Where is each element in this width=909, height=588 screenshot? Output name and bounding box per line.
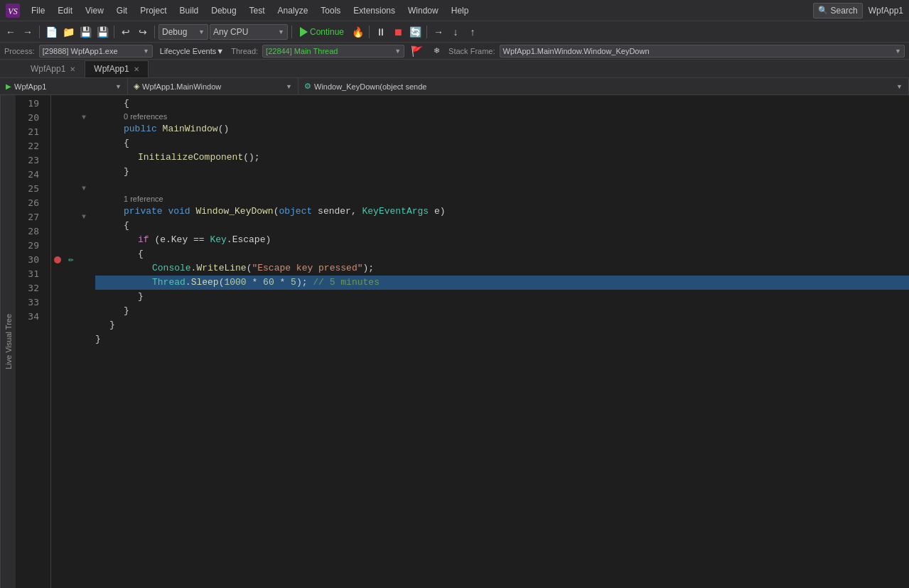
menu-build[interactable]: Build xyxy=(174,4,205,18)
em-21 xyxy=(64,125,78,139)
breakpoint-dot-30 xyxy=(54,256,61,263)
toolbar-back-btn[interactable]: ← xyxy=(3,24,18,40)
nav-bar: ▶ WpfApp1 ▼ ◈ WpfApp1.MainWindow ▼ ⚙ Win… xyxy=(0,78,909,95)
em-22 xyxy=(64,139,78,153)
em-27 xyxy=(64,210,78,224)
thread-label: Thread: xyxy=(231,47,258,55)
tab-wpfapp1-1[interactable]: WpfApp1 ✕ xyxy=(21,60,85,77)
code-line-27: if (e.Key == Key.Escape) xyxy=(95,233,909,247)
code-area: 19 20 21 22 23 24 25 26 27 28 29 30 31 3… xyxy=(16,95,909,588)
toolbar-forward-btn[interactable]: → xyxy=(20,24,36,40)
bp-25 xyxy=(51,182,64,196)
lifecycle-events-btn[interactable]: Lifecycle Events▼ xyxy=(157,43,227,59)
menu-window[interactable]: Window xyxy=(402,4,444,18)
menu-debug[interactable]: Debug xyxy=(205,4,242,18)
ln-26: 26 xyxy=(16,196,45,210)
code-editor[interactable]: 19 20 21 22 23 24 25 26 27 28 29 30 31 3… xyxy=(16,95,909,588)
nav-method[interactable]: ⚙ Window_KeyDown(object sende ▼ xyxy=(298,78,909,94)
tab-close-1[interactable]: ✕ xyxy=(70,65,75,73)
app-title: WpfApp1 xyxy=(868,6,903,16)
toolbar-open-btn[interactable]: 📁 xyxy=(60,24,76,40)
code-line-30: Thread.Sleep(1000 * 60 * 5); // 5 minute… xyxy=(95,276,909,290)
platform-arrow: ▼ xyxy=(278,28,284,36)
stackframe-dropdown[interactable]: WpfApp1.MainWindow.Window_KeyDown ▼ xyxy=(500,45,905,58)
nav-class-icon: ◈ xyxy=(134,82,139,91)
thread-dropdown[interactable]: [22844] Main Thread ▼ xyxy=(262,45,404,58)
code-line-25: private void Window_KeyDown(object sende… xyxy=(95,205,909,219)
code-kw-20: public xyxy=(124,122,163,136)
bp-34 xyxy=(51,310,64,324)
ln-23: 23 xyxy=(16,153,45,168)
cm-25[interactable]: ▼ xyxy=(78,182,90,196)
toolbar-sep-6 xyxy=(426,26,427,38)
em-32 xyxy=(64,281,78,295)
ln-32: 32 xyxy=(16,281,45,295)
em-34 xyxy=(64,310,78,324)
tab-wpfapp1-2[interactable]: WpfApp1 ✕ xyxy=(85,60,148,77)
toolbar-sep-2 xyxy=(114,26,114,38)
toolbar-pause-btn[interactable]: ⏸ xyxy=(373,24,389,40)
ln-29: 29 xyxy=(16,239,45,253)
ln-28: 28 xyxy=(16,224,45,239)
nav-method-icon: ⚙ xyxy=(304,82,311,91)
toolbar-stop-btn[interactable]: ⏹ xyxy=(390,24,406,40)
nav-class[interactable]: ◈ WpfApp1.MainWindow ▼ xyxy=(128,78,298,94)
menu-tools[interactable]: Tools xyxy=(315,4,346,18)
code-method-20: MainWindow xyxy=(163,122,218,136)
ref-label-25: 1 reference xyxy=(95,193,909,205)
toolbar-redo-btn[interactable]: ↪ xyxy=(135,24,151,40)
menu-file[interactable]: File xyxy=(26,4,50,18)
code-line-34: } xyxy=(95,332,909,347)
continue-button[interactable]: Continue xyxy=(296,24,348,40)
menu-project[interactable]: Project xyxy=(134,4,172,18)
live-visual-tree-sidebar[interactable]: Live Visual Tree xyxy=(0,95,16,588)
platform-dropdown[interactable]: Any CPU ▼ xyxy=(210,24,288,40)
code-line-31: } xyxy=(95,290,909,304)
menu-analyze[interactable]: Analyze xyxy=(272,4,314,18)
process-dropdown[interactable]: [29888] WpfApp1.exe ▼ xyxy=(39,45,153,58)
process-label: Process: xyxy=(4,47,35,55)
toolbar-save-all-btn[interactable]: 💾 xyxy=(95,24,110,40)
debug-config-arrow: ▼ xyxy=(198,28,205,36)
ln-20: 20 xyxy=(16,111,45,125)
code-line-24 xyxy=(95,179,909,193)
debug-bar: Process: [29888] WpfApp1.exe ▼ Lifecycle… xyxy=(0,43,909,60)
cm-22 xyxy=(78,139,90,153)
toolbar-restart-btn[interactable]: 🔄 xyxy=(407,24,423,40)
nav-file[interactable]: ▶ WpfApp1 ▼ xyxy=(0,78,128,94)
debug-config-dropdown[interactable]: Debug ▼ xyxy=(158,24,208,40)
stackframe-label: Stack Frame: xyxy=(448,47,495,55)
bp-22 xyxy=(51,139,64,153)
toolbar-new-btn[interactable]: 📄 xyxy=(43,24,59,40)
em-30: ✏ xyxy=(64,253,78,267)
menu-git[interactable]: Git xyxy=(111,4,133,18)
toolbar-save-btn[interactable]: 💾 xyxy=(77,24,93,40)
thread-freeze-btn[interactable]: ❄ xyxy=(429,43,444,59)
cm-28 xyxy=(78,224,90,239)
menu-edit[interactable]: Edit xyxy=(52,4,78,18)
menu-extensions[interactable]: Extensions xyxy=(348,4,401,18)
toolbar-step-out-btn[interactable]: ↑ xyxy=(465,24,480,40)
tabs-area: WpfApp1 ✕ WpfApp1 ✕ xyxy=(0,60,909,78)
cm-20[interactable]: ▼ xyxy=(78,111,90,125)
ln-25: 25 xyxy=(16,182,45,196)
toolbar-fire-btn[interactable]: 🔥 xyxy=(350,24,365,40)
toolbar-undo-btn[interactable]: ↩ xyxy=(118,24,134,40)
search-box[interactable]: 🔍 Search xyxy=(813,3,863,18)
thread-dropdown-arrow: ▼ xyxy=(394,48,401,55)
menu-view[interactable]: View xyxy=(80,4,109,18)
menu-test[interactable]: Test xyxy=(244,4,271,18)
bp-31 xyxy=(51,267,64,281)
toolbar: ← → 📄 📁 💾 💾 ↩ ↪ Debug ▼ Any CPU ▼ Contin… xyxy=(0,21,909,43)
toolbar-step-into-btn[interactable]: ↓ xyxy=(448,24,463,40)
code-lines[interactable]: { 0 references public MainWindow() { xyxy=(90,95,909,588)
cm-19 xyxy=(78,97,90,111)
bp-24 xyxy=(51,168,64,182)
tab-close-2[interactable]: ✕ xyxy=(134,65,139,73)
current-line-icon: ✏ xyxy=(68,253,74,267)
cm-27[interactable]: ▼ xyxy=(78,210,90,224)
toolbar-step-over-btn[interactable]: → xyxy=(431,24,446,40)
thread-actions-btn[interactable]: 🚩 xyxy=(409,43,424,59)
bp-27 xyxy=(51,210,64,224)
menu-help[interactable]: Help xyxy=(446,4,475,18)
